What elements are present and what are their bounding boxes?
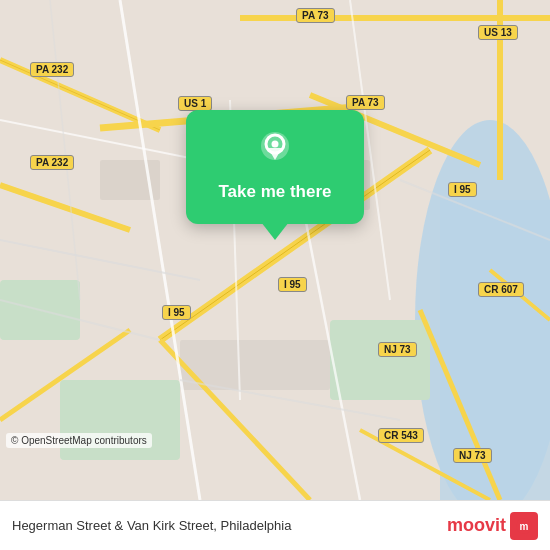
moovit-icon: m: [510, 512, 538, 540]
location-pin-icon: [253, 128, 297, 172]
moovit-logo: moovit m: [447, 512, 538, 540]
popup-card[interactable]: Take me there: [186, 110, 364, 224]
svg-point-35: [272, 141, 279, 148]
svg-rect-4: [60, 380, 180, 460]
svg-rect-3: [330, 320, 430, 400]
location-label: Hegerman Street & Van Kirk Street, Phila…: [12, 518, 447, 533]
moovit-text: moovit: [447, 515, 506, 536]
svg-rect-2: [440, 200, 550, 500]
svg-text:m: m: [520, 521, 529, 532]
osm-attribution: © OpenStreetMap contributors: [6, 433, 152, 448]
take-me-there-button[interactable]: Take me there: [218, 182, 331, 202]
bottom-bar: Hegerman Street & Van Kirk Street, Phila…: [0, 500, 550, 550]
map-container: PA 73 US 13 PA 232 US 1 PA 73 PA 232 I 9…: [0, 0, 550, 500]
